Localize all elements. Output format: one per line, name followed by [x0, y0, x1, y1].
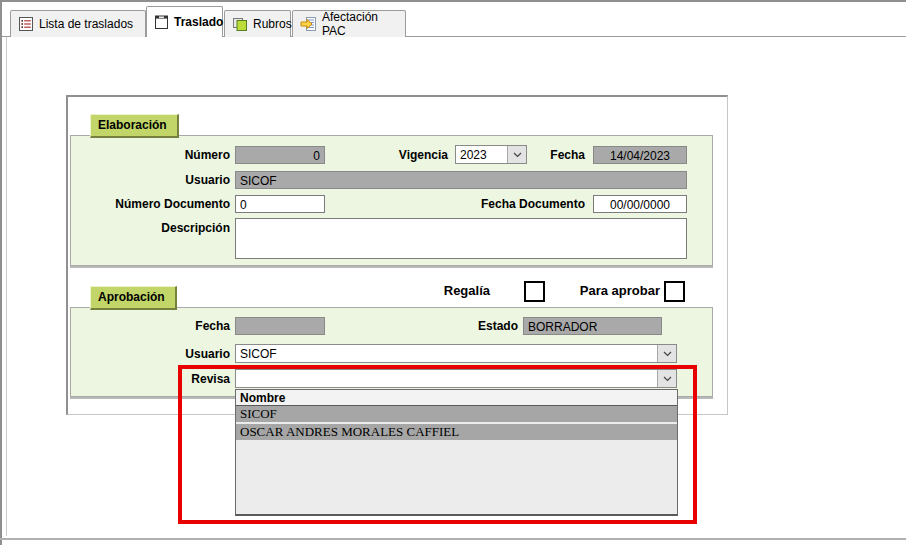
aprobacion-fecha-label: Fecha [110, 319, 230, 333]
para-aprobar-label: Para aprobar [560, 283, 660, 298]
tab-afectacion-pac[interactable]: Afectación PAC [292, 10, 406, 37]
chevron-down-icon [663, 351, 672, 357]
revisa-dropdown-list: Nombre SICOF OSCAR ANDRES MORALES CAFFIE… [235, 389, 678, 516]
usuario-dropdown-button[interactable] [657, 345, 676, 362]
aprobacion-usuario-value: SICOF [240, 347, 277, 361]
window-left-border [0, 0, 2, 545]
tab-label: Traslado [174, 15, 223, 29]
fecha-field: 14/04/2023 [593, 146, 687, 164]
numero-label: Número [110, 148, 230, 162]
vigencia-label: Vigencia [360, 148, 448, 162]
tab-lista-de-traslados[interactable]: Lista de traslados [10, 10, 146, 37]
regalia-checkbox[interactable] [524, 281, 545, 302]
usuario-label: Usuario [110, 173, 230, 187]
tab-label: Rubros [253, 17, 292, 31]
aprobacion-usuario-select[interactable]: SICOF [235, 344, 677, 363]
estado-field: BORRADOR [523, 317, 662, 335]
revisa-dropdown-button[interactable] [657, 370, 676, 387]
numero-documento-input[interactable]: 0 [235, 195, 325, 213]
vigencia-value: 2023 [460, 148, 487, 162]
descripcion-textarea[interactable] [235, 218, 687, 259]
tab-label: Lista de traslados [39, 17, 133, 31]
revisa-label: Revisa [110, 372, 230, 386]
dropdown-option-oscar[interactable]: OSCAR ANDRES MORALES CAFFIEL [236, 424, 677, 440]
estado-label: Estado [430, 319, 518, 333]
elaboracion-section-header: Elaboración [90, 114, 179, 138]
revisa-select[interactable] [235, 369, 677, 388]
aprobacion-usuario-label: Usuario [110, 347, 230, 361]
application-window: Lista de traslados Traslado Rubros [0, 0, 906, 545]
window-top-border [0, 0, 906, 2]
chevron-down-icon [663, 376, 672, 382]
aprobacion-title: Aprobación [98, 290, 165, 304]
copy-icon [232, 16, 248, 32]
fecha-documento-label: Fecha Documento [455, 197, 585, 211]
arrow-document-icon [300, 16, 317, 32]
aprobacion-section-header: Aprobación [90, 286, 177, 310]
fecha-documento-input[interactable]: 00/00/0000 [593, 195, 687, 213]
numero-documento-label: Número Documento [100, 197, 230, 211]
elaboracion-title: Elaboración [98, 118, 167, 132]
list-icon [18, 16, 34, 32]
regalia-label: Regalía [400, 283, 490, 298]
window-bottom-border [0, 538, 906, 540]
tab-label: Afectación PAC [322, 10, 398, 38]
usuario-field: SICOF [235, 171, 687, 189]
content-left-border [6, 37, 7, 536]
dropdown-option-sicof[interactable]: SICOF [236, 406, 677, 422]
para-aprobar-checkbox[interactable] [664, 281, 685, 302]
fecha-label: Fecha [500, 148, 585, 162]
aprobacion-fecha-field [235, 317, 325, 335]
tab-rubros[interactable]: Rubros [224, 10, 291, 37]
dropdown-header: Nombre [236, 390, 677, 406]
descripcion-label: Descripción [110, 221, 230, 235]
tab-traslado[interactable]: Traslado [146, 6, 223, 37]
document-icon [154, 14, 169, 30]
numero-field: 0 [235, 146, 325, 164]
